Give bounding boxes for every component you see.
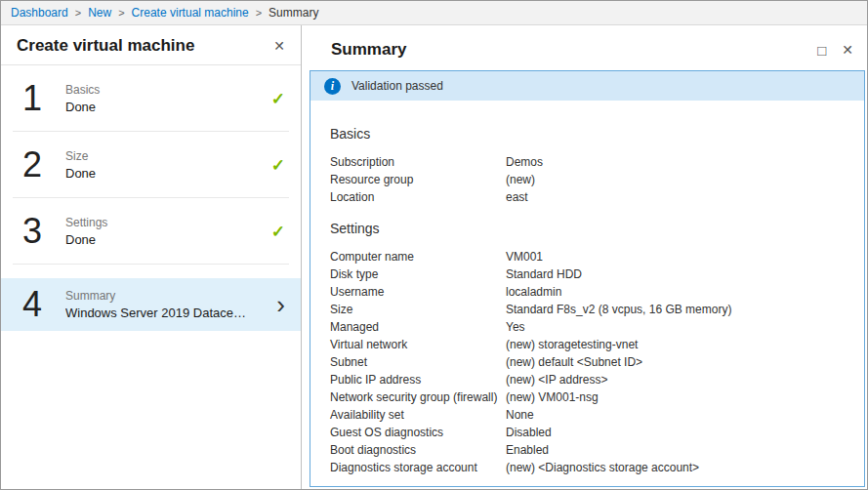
close-icon[interactable]: ✕: [842, 43, 853, 57]
step-title: Summary: [65, 289, 270, 303]
close-icon[interactable]: ✕: [273, 39, 285, 53]
step-text: Basics Done: [65, 83, 271, 114]
check-icon: ✓: [271, 222, 285, 242]
row-label: Size: [330, 301, 506, 318]
row-value: Standard HDD: [506, 265, 854, 283]
summary-row-public-ip: Public IP address (new) <IP address>: [330, 371, 854, 388]
breadcrumb-separator-icon: >: [118, 7, 124, 19]
app-window: Dashboard > New > Create virtual machine…: [0, 0, 868, 490]
row-value: (new) VM001-nsg: [506, 388, 854, 406]
step-title: Basics: [65, 83, 266, 97]
chevron-right-icon: ›: [276, 295, 285, 315]
summary-row-size: Size Standard F8s_v2 (8 vcpus, 16 GB mem…: [330, 301, 854, 318]
row-label: Disk type: [330, 265, 506, 283]
row-value: localadmin: [506, 283, 854, 301]
breadcrumb: Dashboard > New > Create virtual machine…: [1, 1, 867, 25]
step-size[interactable]: 2 Size Done ✓: [1, 132, 301, 198]
create-vm-blade-header: Create virtual machine ✕: [1, 25, 301, 65]
row-label: Public IP address: [330, 371, 506, 388]
blade-title: Create virtual machine: [17, 36, 194, 56]
step-number: 3: [22, 214, 65, 249]
breadcrumb-item-dashboard[interactable]: Dashboard: [11, 6, 68, 20]
row-label: Guest OS diagnostics: [330, 424, 506, 441]
row-label: Virtual network: [330, 336, 506, 353]
summary-row-location: Location east: [330, 188, 854, 206]
summary-blade-header: Summary □ ✕: [302, 25, 867, 70]
main-area: Create virtual machine ✕ 1 Basics Done ✓…: [1, 25, 867, 489]
row-label: Computer name: [330, 248, 506, 265]
step-text: Size Done: [65, 149, 271, 181]
row-value: Disabled: [506, 424, 854, 441]
breadcrumb-item-create-vm[interactable]: Create virtual machine: [132, 6, 249, 20]
row-value: east: [506, 188, 854, 206]
summary-row-resource-group: Resource group (new): [330, 171, 854, 188]
step-number: 2: [22, 147, 65, 183]
row-label: Availability set: [330, 406, 506, 424]
summary-row-username: Username localadmin: [330, 283, 854, 301]
row-label: Boot diagnostics: [330, 441, 506, 459]
summary-row-availability-set: Availability set None: [330, 406, 854, 424]
summary-row-nsg: Network security group (firewall) (new) …: [330, 388, 854, 406]
row-label: Managed: [330, 318, 506, 336]
summary-content-frame: i Validation passed Basics Subscription …: [310, 70, 865, 487]
row-value: Demos: [506, 153, 854, 171]
step-title: Settings: [65, 216, 266, 229]
summary-details: Basics Subscription Demos Resource group…: [310, 101, 864, 486]
step-number: 1: [22, 81, 65, 116]
row-value: VM001: [506, 248, 854, 265]
row-value: (new) <Diagnostics storage account>: [506, 459, 854, 476]
summary-row-managed: Managed Yes: [330, 318, 854, 336]
step-basics[interactable]: 1 Basics Done ✓: [1, 65, 301, 132]
row-value: (new): [506, 171, 854, 188]
create-vm-blade: Create virtual machine ✕ 1 Basics Done ✓…: [1, 25, 302, 489]
breadcrumb-separator-icon: >: [75, 7, 81, 19]
row-value: (new) default <Subnet ID>: [506, 353, 854, 371]
row-label: Network security group (firewall): [330, 388, 506, 406]
window-controls: □ ✕: [817, 43, 853, 58]
row-label: Username: [330, 283, 506, 301]
section-heading-settings: Settings: [330, 221, 854, 236]
summary-title: Summary: [331, 40, 406, 60]
validation-banner: i Validation passed: [310, 71, 864, 101]
step-number: 4: [22, 287, 65, 322]
summary-row-virtual-network: Virtual network (new) storagetesting-vne…: [330, 336, 854, 353]
breadcrumb-item-new[interactable]: New: [88, 6, 111, 20]
summary-row-boot-diagnostics: Boot diagnostics Enabled: [330, 441, 854, 459]
step-text: Settings Done: [65, 216, 271, 247]
row-value: (new) <IP address>: [506, 371, 854, 388]
summary-blade: Summary □ ✕ i Validation passed Basics S…: [302, 25, 867, 489]
step-settings[interactable]: 3 Settings Done ✓: [1, 198, 301, 265]
row-label: Resource group: [330, 171, 506, 188]
row-label: Subscription: [330, 153, 506, 171]
step-status: Windows Server 2019 Datacent...: [65, 306, 249, 320]
wizard-steps: 1 Basics Done ✓ 2 Size Done ✓: [1, 65, 301, 489]
summary-row-diagnostics-storage-account: Diagnostics storage account (new) <Diagn…: [330, 459, 854, 476]
step-text: Summary Windows Server 2019 Datacent...: [65, 289, 276, 320]
summary-row-disk-type: Disk type Standard HDD: [330, 265, 854, 283]
step-title: Size: [65, 149, 266, 163]
check-icon: ✓: [271, 89, 285, 109]
info-icon: i: [324, 78, 341, 95]
step-status: Done: [65, 232, 249, 247]
summary-row-subscription: Subscription Demos: [330, 153, 854, 171]
row-value: (new) storagetesting-vnet: [506, 336, 854, 353]
row-label: Subnet: [330, 353, 506, 371]
row-label: Location: [330, 188, 506, 206]
step-summary[interactable]: 4 Summary Windows Server 2019 Datacent..…: [1, 278, 301, 331]
row-value: Enabled: [506, 441, 854, 459]
summary-row-guest-os-diagnostics: Guest OS diagnostics Disabled: [330, 424, 854, 441]
summary-row-computer-name: Computer name VM001: [330, 248, 854, 265]
row-value: Yes: [506, 318, 854, 336]
row-label: Diagnostics storage account: [330, 459, 506, 476]
validation-banner-text: Validation passed: [351, 79, 443, 93]
summary-row-subnet: Subnet (new) default <Subnet ID>: [330, 353, 854, 371]
breadcrumb-item-summary: Summary: [269, 6, 318, 20]
breadcrumb-separator-icon: >: [256, 7, 262, 19]
maximize-icon[interactable]: □: [817, 43, 826, 58]
section-heading-basics: Basics: [330, 126, 854, 142]
step-status: Done: [65, 166, 249, 181]
row-value: None: [506, 406, 854, 424]
step-status: Done: [65, 100, 249, 114]
check-icon: ✓: [271, 155, 285, 176]
row-value: Standard F8s_v2 (8 vcpus, 16 GB memory): [506, 301, 854, 318]
